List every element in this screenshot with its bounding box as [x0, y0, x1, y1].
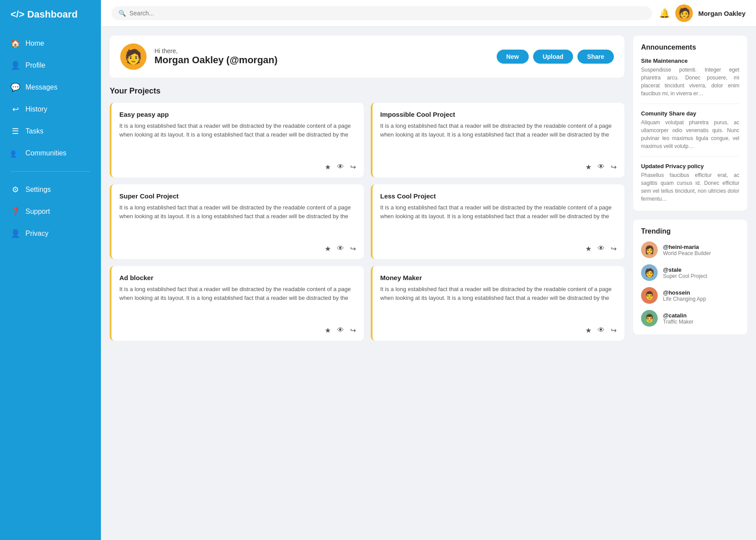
trending-avatar: 👨 — [641, 287, 658, 304]
trending-item[interactable]: 🧑 @stale Super Cool Project — [641, 264, 739, 281]
view-icon[interactable]: 👁 — [598, 163, 605, 171]
home-icon: 🏠 — [11, 39, 20, 48]
share-icon[interactable]: ↪ — [611, 326, 616, 335]
trending-item[interactable]: 👩 @heini-maria World Peace Builder — [641, 241, 739, 258]
share-icon[interactable]: ↪ — [350, 163, 356, 171]
projects-grid: Easy peasy app It is a long established … — [110, 103, 624, 341]
sidebar: </> Dashboard 🏠Home👤Profile💬Messages↩His… — [0, 0, 101, 540]
communities-icon: 👥 — [11, 148, 20, 158]
project-actions: ★ 👁 ↪ — [380, 163, 617, 171]
trending-info: @hossein Life Changing App — [663, 289, 706, 302]
avatar: 🧑 — [675, 4, 693, 22]
project-desc: It is a long established fact that a rea… — [119, 122, 356, 158]
project-title: Ad blocker — [119, 274, 356, 281]
sidebar-item-history[interactable]: ↩History — [0, 98, 101, 120]
star-icon[interactable]: ★ — [585, 245, 591, 253]
project-desc: It is a long established fact that a rea… — [380, 203, 617, 239]
sidebar-item-home[interactable]: 🏠Home — [0, 32, 101, 54]
project-card: Ad blocker It is a long established fact… — [110, 266, 364, 341]
star-icon[interactable]: ★ — [585, 326, 591, 335]
trending-info: @stale Super Cool Project — [663, 266, 707, 279]
sidebar-item-profile[interactable]: 👤Profile — [0, 54, 101, 76]
trending-section: Trending 👩 @heini-maria World Peace Buil… — [633, 220, 747, 335]
header: 🔍 🔔 🧑 Morgan Oakley — [101, 0, 756, 27]
sidebar-item-messages[interactable]: 💬Messages — [0, 76, 101, 98]
sidebar-item-communities[interactable]: 👥Communities — [0, 142, 101, 164]
project-desc: It is a long established fact that a rea… — [119, 285, 356, 321]
header-right: 🔔 🧑 Morgan Oakley — [659, 4, 745, 22]
welcome-name: Morgan Oakley (@morgan) — [154, 54, 489, 66]
star-icon[interactable]: ★ — [325, 163, 331, 171]
new-button[interactable]: New — [497, 50, 529, 64]
sidebar-item-privacy[interactable]: 👤Privacy — [0, 223, 101, 245]
content-area: 🧑 Hi there, Morgan Oakley (@morgan) NewU… — [101, 27, 756, 540]
announcements-title: Announcements — [641, 43, 739, 51]
sidebar-nav: 🏠Home👤Profile💬Messages↩History☰Tasks👥Com… — [0, 29, 101, 531]
user-avatar: 🧑 — [120, 43, 147, 70]
settings-icon: ⚙ — [11, 185, 20, 194]
upload-button[interactable]: Upload — [533, 50, 573, 64]
announcement-item: Updated Privacy policy Phasellus faucibu… — [641, 163, 739, 203]
sidebar-item-settings[interactable]: ⚙Settings — [0, 179, 101, 201]
sidebar-item-support[interactable]: ❓Support — [0, 201, 101, 223]
announcement-title: Updated Privacy policy — [641, 163, 739, 169]
trending-item[interactable]: 👨 @catalin Traffic Maker — [641, 310, 739, 327]
sidebar-item-tasks[interactable]: ☰Tasks — [0, 120, 101, 142]
sidebar-label-communities: Communities — [25, 149, 66, 157]
search-wrapper: 🔍 — [111, 6, 652, 20]
announcement-text: Suspendisse potenti. Integer eget pharet… — [641, 66, 739, 97]
sidebar-divider — [11, 171, 90, 172]
project-actions: ★ 👁 ↪ — [119, 163, 356, 171]
trending-username: @stale — [663, 266, 707, 273]
trending-avatar: 👨 — [641, 310, 658, 327]
view-icon[interactable]: 👁 — [337, 163, 344, 171]
projects-section: Your Projects Easy peasy app It is a lon… — [110, 86, 624, 341]
header-username: Morgan Oakley — [698, 10, 745, 17]
trending-username: @hossein — [663, 289, 706, 296]
trending-desc: World Peace Builder — [663, 250, 711, 256]
trending-username: @catalin — [663, 312, 693, 319]
tasks-icon: ☰ — [11, 126, 20, 136]
trending-item[interactable]: 👨 @hossein Life Changing App — [641, 287, 739, 304]
welcome-actions: NewUploadShare — [497, 50, 614, 64]
search-input[interactable] — [129, 10, 645, 17]
sidebar-label-support: Support — [25, 208, 50, 216]
share-icon[interactable]: ↪ — [350, 326, 356, 335]
messages-icon: 💬 — [11, 83, 20, 92]
announcement-item: Comunity Share day Aliquam volutpat phar… — [641, 110, 739, 157]
view-icon[interactable]: 👁 — [598, 245, 605, 253]
trending-username: @heini-maria — [663, 244, 711, 250]
star-icon[interactable]: ★ — [585, 163, 591, 171]
view-icon[interactable]: 👁 — [337, 245, 344, 253]
project-title: Super Cool Project — [119, 192, 356, 200]
share-button[interactable]: Share — [577, 50, 614, 64]
project-actions: ★ 👁 ↪ — [119, 245, 356, 253]
project-title: Impossible Cool Project — [380, 111, 617, 118]
view-icon[interactable]: 👁 — [337, 326, 344, 335]
view-icon[interactable]: 👁 — [598, 326, 605, 335]
trending-desc: Life Changing App — [663, 296, 706, 302]
project-desc: It is a long established fact that a rea… — [119, 203, 356, 239]
announcements-section: Announcements Site Maintenance Suspendis… — [633, 36, 747, 211]
trending-desc: Traffic Maker — [663, 319, 693, 325]
project-title: Money Maker — [380, 274, 617, 281]
main-area: 🔍 🔔 🧑 Morgan Oakley 🧑 Hi there, Morgan O… — [101, 0, 756, 540]
trending-info: @heini-maria World Peace Builder — [663, 244, 711, 256]
right-panel: Announcements Site Maintenance Suspendis… — [633, 36, 747, 531]
share-icon[interactable]: ↪ — [350, 245, 356, 253]
nav-top: 🏠Home👤Profile💬Messages↩History☰Tasks👥Com… — [0, 29, 101, 168]
trending-info: @catalin Traffic Maker — [663, 312, 693, 325]
star-icon[interactable]: ★ — [325, 326, 331, 335]
sidebar-label-privacy: Privacy — [25, 230, 48, 238]
bell-icon[interactable]: 🔔 — [659, 8, 670, 18]
project-title: Less Cool Project — [380, 192, 617, 200]
project-desc: It is a long established fact that a rea… — [380, 285, 617, 321]
share-icon[interactable]: ↪ — [611, 163, 616, 171]
share-icon[interactable]: ↪ — [611, 245, 616, 253]
announcement-title: Site Maintenance — [641, 58, 739, 64]
sidebar-label-history: History — [25, 105, 47, 113]
project-actions: ★ 👁 ↪ — [380, 245, 617, 253]
star-icon[interactable]: ★ — [325, 245, 331, 253]
trending-desc: Super Cool Project — [663, 273, 707, 279]
projects-title: Your Projects — [110, 86, 624, 96]
